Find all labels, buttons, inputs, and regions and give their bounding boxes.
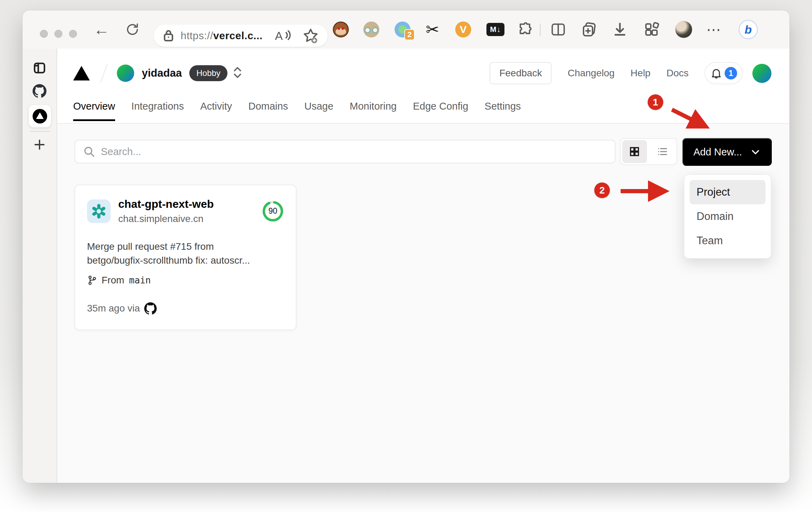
notifications-button[interactable]: 1 xyxy=(705,62,743,84)
browser-toolbar: ← https://vercel.c... A xyxy=(23,10,789,49)
bing-chat-icon[interactable]: b xyxy=(738,20,758,39)
toolbar-divider xyxy=(540,24,541,36)
dropdown-item-team[interactable]: Team xyxy=(690,229,766,253)
plan-badge: Hobby xyxy=(189,65,227,81)
split-screen-icon[interactable] xyxy=(550,22,566,37)
extensions-puzzle-icon[interactable] xyxy=(518,22,534,37)
grid-view-button[interactable] xyxy=(622,140,647,163)
scissors-extension-icon[interactable]: ✂ xyxy=(426,20,439,39)
feedback-button[interactable]: Feedback xyxy=(490,62,552,84)
bell-icon xyxy=(710,67,723,79)
list-view-button[interactable] xyxy=(650,140,675,163)
persona-extension-icon[interactable] xyxy=(363,22,379,37)
branch-row: From main xyxy=(87,274,284,286)
tab-edge-config[interactable]: Edge Config xyxy=(413,101,468,121)
downloads-icon[interactable] xyxy=(612,22,628,37)
help-link[interactable]: Help xyxy=(631,68,651,79)
team-avatar[interactable] xyxy=(117,65,134,82)
capture-extension-icon[interactable]: V xyxy=(455,22,471,37)
vercel-dashboard-page: yidadaa Hobby Feedback Changelog Help Do… xyxy=(57,49,789,483)
view-toggle xyxy=(620,138,677,165)
github-tab-icon[interactable] xyxy=(33,84,46,98)
search-icon xyxy=(83,145,95,158)
from-label: From xyxy=(102,275,124,286)
tampermonkey-extension-icon[interactable] xyxy=(333,22,349,37)
project-card[interactable]: chat-gpt-next-web chat.simplenaive.cn 90… xyxy=(75,185,296,330)
annotation-step-1: 1 xyxy=(648,94,663,110)
branch-name: main xyxy=(129,275,151,285)
score-value: 90 xyxy=(262,200,284,222)
more-menu-icon[interactable]: ⋯ xyxy=(706,21,722,38)
traffic-light-zoom-button[interactable] xyxy=(69,30,77,38)
project-name[interactable]: chat-gpt-next-web xyxy=(118,198,214,211)
tab-settings[interactable]: Settings xyxy=(485,101,521,121)
tab-integrations[interactable]: Integrations xyxy=(131,101,184,121)
url-text: https://vercel.c... xyxy=(181,30,262,42)
project-search[interactable] xyxy=(75,140,615,163)
vercel-logo[interactable] xyxy=(73,66,90,80)
deploy-time: 35m ago via xyxy=(87,303,140,314)
browser-window: ← https://vercel.c... A xyxy=(23,10,789,483)
translate-extension-icon[interactable]: 2 xyxy=(395,22,411,37)
add-new-dropdown: Project Domain Team xyxy=(684,174,771,259)
docs-link[interactable]: Docs xyxy=(666,68,689,79)
translate-badge: 2 xyxy=(404,29,415,40)
site-header: yidadaa Hobby Feedback Changelog Help Do… xyxy=(57,49,789,124)
sidebar-panel-toggle-icon[interactable] xyxy=(33,61,46,75)
svg-text:A: A xyxy=(275,29,283,42)
reload-icon[interactable] xyxy=(125,22,140,37)
favorite-star-icon[interactable] xyxy=(303,28,319,44)
tab-activity[interactable]: Activity xyxy=(200,101,232,121)
add-new-button[interactable]: Add New... xyxy=(682,138,772,166)
traffic-light-close-button[interactable] xyxy=(40,30,48,38)
read-aloud-icon[interactable]: A xyxy=(275,29,291,43)
traffic-light-minimize-button[interactable] xyxy=(54,30,62,38)
annotation-step-2: 2 xyxy=(594,182,610,198)
tab-monitoring[interactable]: Monitoring xyxy=(350,101,397,121)
project-domain[interactable]: chat.simplenaive.cn xyxy=(118,213,214,224)
dashboard-tabs: Overview Integrations Activity Domains U… xyxy=(73,101,521,121)
lighthouse-score-ring[interactable]: 90 xyxy=(262,200,284,222)
team-name[interactable]: yidadaa xyxy=(142,67,182,79)
tab-domains[interactable]: Domains xyxy=(248,101,288,121)
tab-overview[interactable]: Overview xyxy=(73,101,115,121)
markdown-extension-icon[interactable]: M↓ xyxy=(486,23,504,36)
add-new-label: Add New... xyxy=(693,146,742,158)
back-icon[interactable]: ← xyxy=(94,20,110,39)
apps-grid-icon[interactable] xyxy=(643,21,660,38)
project-favicon xyxy=(87,199,111,223)
chevron-down-icon xyxy=(750,147,761,157)
tab-usage[interactable]: Usage xyxy=(304,101,334,121)
github-source-icon xyxy=(144,302,157,315)
address-bar[interactable]: https://vercel.c... A xyxy=(154,25,328,47)
user-avatar[interactable] xyxy=(752,64,771,83)
deploy-meta-row: 35m ago via xyxy=(87,302,284,315)
dropdown-item-domain[interactable]: Domain xyxy=(690,204,766,229)
list-view-icon xyxy=(656,146,669,157)
vercel-tab-active[interactable] xyxy=(29,105,51,127)
overview-content: Add New... xyxy=(57,124,789,483)
git-branch-icon xyxy=(87,274,97,286)
grid-view-icon xyxy=(629,146,640,157)
team-switcher-icon[interactable] xyxy=(233,66,242,80)
sidebar-divider xyxy=(30,131,50,132)
breadcrumb-slash xyxy=(100,63,108,83)
commit-message[interactable]: Merge pull request #715 from betgo/bugfi… xyxy=(87,240,284,267)
changelog-link[interactable]: Changelog xyxy=(568,68,614,79)
lock-icon xyxy=(163,29,174,42)
search-input[interactable] xyxy=(101,146,607,157)
notification-count-badge: 1 xyxy=(725,67,737,79)
collections-icon[interactable] xyxy=(581,21,597,38)
dropdown-item-project[interactable]: Project xyxy=(690,180,766,204)
openai-logo-icon xyxy=(91,204,106,219)
new-tab-plus-icon[interactable] xyxy=(33,138,46,151)
browser-sidebar xyxy=(23,49,57,483)
browser-profile-avatar[interactable] xyxy=(675,21,692,38)
vercel-favicon xyxy=(33,109,47,123)
